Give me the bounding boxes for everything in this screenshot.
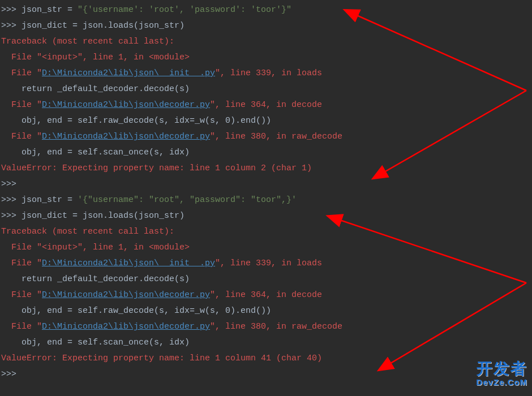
func-call: json.loads(json_str): [83, 211, 185, 221]
traceback-header: Traceback (most recent call last):: [1, 34, 531, 50]
repl-empty-prompt[interactable]: >>>: [1, 367, 531, 382]
string-literal: '{"username": "root", "password": "toor"…: [78, 195, 297, 205]
traceback-frame-6: File "D:\Miniconda2\lib\json\decoder.py"…: [1, 319, 531, 335]
prompt: >>>: [1, 21, 22, 31]
traceback-frame-3: File "D:\Miniconda2\lib\json\decoder.py"…: [1, 129, 531, 145]
traceback-frame-input-2: File "<input>", line 1, in <module>: [1, 240, 531, 256]
tb-file-link[interactable]: D:\Miniconda2\lib\json\__init__.py: [42, 259, 215, 268]
repl-line-assign-2: >>> json_dict = json.loads(json_str): [1, 18, 531, 34]
traceback-code-5: obj, end = self.raw_decode(s, idx=_w(s, …: [1, 303, 531, 319]
error-message-2: ValueError: Expecting property name: lin…: [1, 351, 531, 367]
repl-line-assign-1: >>> json_str = "{'username': 'root', 'pa…: [1, 2, 531, 18]
tb-file-link[interactable]: D:\Miniconda2\lib\json\__init__.py: [42, 68, 215, 78]
tb-file-input: <input>: [42, 53, 78, 62]
tb-file-link[interactable]: D:\Miniconda2\lib\json\decoder.py: [42, 290, 210, 300]
var-json-str: json_str: [22, 5, 62, 15]
traceback-frame-input: File "<input>", line 1, in <module>: [1, 50, 531, 66]
repl-line-assign-4: >>> json_dict = json.loads(json_str): [1, 208, 531, 224]
repl-empty-prompt: >>>: [1, 177, 531, 192]
traceback-code-4: return _default_decoder.decode(s): [1, 272, 531, 287]
tb-file-link[interactable]: D:\Miniconda2\lib\json\decoder.py: [42, 322, 210, 332]
func-call: json.loads(json_str): [83, 21, 185, 31]
tb-file-link[interactable]: D:\Miniconda2\lib\json\decoder.py: [42, 132, 210, 141]
traceback-frame-5: File "D:\Miniconda2\lib\json\decoder.py"…: [1, 287, 531, 303]
var-json-dict: json_dict: [22, 21, 67, 31]
prompt: >>>: [1, 211, 22, 221]
traceback-frame-1: File "D:\Miniconda2\lib\json\__init__.py…: [1, 66, 531, 81]
traceback-header-2: Traceback (most recent call last):: [1, 224, 531, 240]
string-literal: "{'username': 'root', 'password': 'toor'…: [78, 5, 291, 15]
prompt: >>>: [1, 179, 16, 189]
prompt: >>>: [1, 195, 22, 205]
prompt: >>>: [1, 5, 22, 15]
repl-line-assign-3: >>> json_str = '{"username": "root", "pa…: [1, 192, 531, 208]
traceback-frame-2: File "D:\Miniconda2\lib\json\decoder.py"…: [1, 97, 531, 113]
tb-file-link[interactable]: D:\Miniconda2\lib\json\decoder.py: [42, 100, 210, 110]
var-json-str: json_str: [22, 195, 62, 205]
error-message-1: ValueError: Expecting property name: lin…: [1, 161, 531, 177]
tb-file-input: <input>: [42, 243, 78, 252]
var-json-dict: json_dict: [22, 211, 67, 221]
traceback-code-2: obj, end = self.raw_decode(s, idx=_w(s, …: [1, 113, 531, 129]
traceback-code-1: return _default_decoder.decode(s): [1, 81, 531, 97]
prompt: >>>: [1, 369, 16, 379]
traceback-frame-4: File "D:\Miniconda2\lib\json\__init__.py…: [1, 256, 531, 272]
traceback-code-6: obj, end = self.scan_once(s, idx): [1, 335, 531, 351]
traceback-code-3: obj, end = self.scan_once(s, idx): [1, 145, 531, 161]
